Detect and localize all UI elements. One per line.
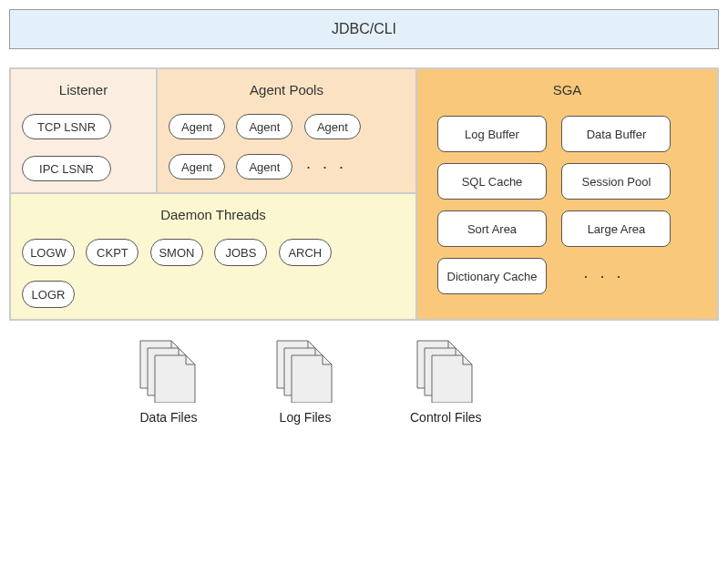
data-files-stack: Data Files (137, 339, 200, 425)
daemon-logr: LOGR (22, 281, 75, 308)
daemon-arch: ARCH (279, 239, 332, 266)
agents-ellipsis: · · · (301, 158, 347, 177)
log-files-stack: Log Files (273, 339, 337, 425)
sga-session-pool: Session Pool (561, 163, 671, 200)
listener-title: Listener (18, 77, 149, 110)
tcp-lsnr: TCP LSNR (22, 114, 111, 139)
sga-sql-cache: SQL Cache (437, 163, 547, 200)
sga-log-buffer: Log Buffer (437, 116, 547, 152)
daemon-logw: LOGW (22, 239, 75, 266)
control-files-stack: Control Files (410, 339, 482, 425)
daemon-jobs: JOBS (214, 239, 267, 266)
architecture-grid: Listener TCP LSNR IPC LSNR Agent Pools A… (9, 67, 719, 321)
listener-panel: Listener TCP LSNR IPC LSNR (10, 68, 157, 193)
ipc-lsnr: IPC LSNR (22, 156, 111, 181)
sga-title: SGA (425, 77, 710, 110)
document-stack-icon (273, 339, 337, 403)
agent-pools-panel: Agent Pools Agent Agent Agent Agent Agen… (157, 68, 416, 193)
agent-node: Agent (169, 114, 225, 139)
daemon-ckpt: CKPT (86, 239, 138, 266)
daemon-threads-panel: Daemon Threads LOGW CKPT SMON JOBS ARCH … (10, 193, 416, 320)
sga-sort-area: Sort Area (437, 210, 547, 247)
files-row: Data Files Log Files Con (9, 321, 719, 425)
jdbc-cli-banner: JDBC/CLI (9, 9, 719, 49)
sga-dict-cache: Dictionary Cache (437, 258, 547, 294)
document-stack-icon (137, 339, 200, 403)
daemon-threads-title: Daemon Threads (18, 201, 408, 235)
sga-ellipsis: · · · (556, 267, 624, 286)
data-files-label: Data Files (137, 410, 200, 425)
banner-title: JDBC/CLI (332, 21, 396, 36)
document-stack-icon (414, 339, 477, 403)
agent-pools-title: Agent Pools (165, 77, 408, 110)
log-files-label: Log Files (273, 410, 337, 425)
sga-data-buffer: Data Buffer (561, 116, 671, 152)
daemon-smon: SMON (150, 239, 203, 266)
agent-node: Agent (169, 154, 225, 179)
agent-node: Agent (236, 114, 292, 139)
agent-node: Agent (236, 154, 292, 179)
agent-node: Agent (304, 114, 361, 139)
control-files-label: Control Files (410, 410, 482, 425)
sga-panel: SGA Log Buffer Data Buffer SQL Cache Ses… (416, 68, 718, 320)
sga-large-area: Large Area (561, 210, 671, 247)
